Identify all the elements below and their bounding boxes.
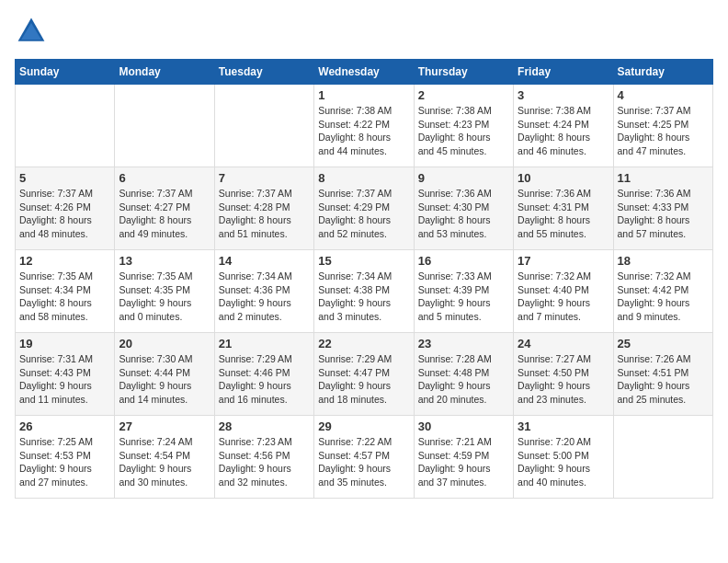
- day-number: 23: [418, 337, 509, 350]
- day-number: 6: [119, 171, 210, 185]
- calendar-cell: 2Sunrise: 7:38 AM Sunset: 4:23 PM Daylig…: [414, 85, 513, 167]
- day-number: 28: [219, 419, 310, 433]
- calendar-cell: 25Sunrise: 7:26 AM Sunset: 4:51 PM Dayli…: [613, 333, 712, 416]
- day-info: Sunrise: 7:38 AM Sunset: 4:23 PM Dayligh…: [418, 104, 509, 158]
- day-info: Sunrise: 7:37 AM Sunset: 4:28 PM Dayligh…: [219, 187, 310, 241]
- day-number: 27: [119, 419, 210, 433]
- calendar-cell: 15Sunrise: 7:34 AM Sunset: 4:38 PM Dayli…: [314, 250, 414, 333]
- day-info: Sunrise: 7:29 AM Sunset: 4:46 PM Dayligh…: [219, 352, 310, 407]
- calendar-cell: 11Sunrise: 7:36 AM Sunset: 4:33 PM Dayli…: [613, 167, 712, 250]
- calendar-cell: 8Sunrise: 7:37 AM Sunset: 4:29 PM Daylig…: [314, 167, 414, 250]
- day-number: 8: [318, 171, 409, 185]
- page-header: [15, 15, 713, 48]
- day-info: Sunrise: 7:20 AM Sunset: 5:00 PM Dayligh…: [518, 435, 609, 489]
- day-info: Sunrise: 7:23 AM Sunset: 4:56 PM Dayligh…: [219, 435, 310, 489]
- day-number: 14: [219, 254, 310, 268]
- calendar-cell: 4Sunrise: 7:37 AM Sunset: 4:25 PM Daylig…: [613, 85, 712, 167]
- calendar-cell: 6Sunrise: 7:37 AM Sunset: 4:27 PM Daylig…: [115, 167, 214, 250]
- day-info: Sunrise: 7:36 AM Sunset: 4:31 PM Dayligh…: [518, 187, 609, 241]
- logo-icon: [15, 15, 48, 48]
- day-number: 15: [318, 254, 409, 268]
- day-info: Sunrise: 7:31 AM Sunset: 4:43 PM Dayligh…: [19, 352, 110, 407]
- day-info: Sunrise: 7:22 AM Sunset: 4:57 PM Dayligh…: [318, 435, 409, 489]
- calendar-cell: 31Sunrise: 7:20 AM Sunset: 5:00 PM Dayli…: [514, 416, 613, 499]
- day-number: 12: [19, 254, 110, 268]
- calendar-cell: 13Sunrise: 7:35 AM Sunset: 4:35 PM Dayli…: [115, 250, 214, 333]
- day-info: Sunrise: 7:30 AM Sunset: 4:44 PM Dayligh…: [119, 352, 210, 407]
- day-number: 30: [418, 419, 509, 433]
- day-info: Sunrise: 7:37 AM Sunset: 4:25 PM Dayligh…: [618, 104, 709, 158]
- day-info: Sunrise: 7:38 AM Sunset: 4:22 PM Dayligh…: [318, 104, 409, 158]
- calendar-week-1: 5Sunrise: 7:37 AM Sunset: 4:26 PM Daylig…: [16, 167, 713, 250]
- calendar-cell: 1Sunrise: 7:38 AM Sunset: 4:22 PM Daylig…: [314, 85, 414, 167]
- day-info: Sunrise: 7:37 AM Sunset: 4:27 PM Dayligh…: [119, 187, 210, 241]
- day-info: Sunrise: 7:38 AM Sunset: 4:24 PM Dayligh…: [518, 104, 609, 158]
- calendar-cell: 17Sunrise: 7:32 AM Sunset: 4:40 PM Dayli…: [514, 250, 613, 333]
- day-number: 26: [19, 419, 110, 433]
- day-info: Sunrise: 7:29 AM Sunset: 4:47 PM Dayligh…: [318, 352, 409, 407]
- day-number: 11: [618, 171, 709, 185]
- weekday-header-thursday: Thursday: [414, 60, 513, 85]
- weekday-header-saturday: Saturday: [613, 60, 712, 85]
- weekday-header-wednesday: Wednesday: [314, 60, 414, 85]
- day-number: 9: [418, 171, 509, 185]
- calendar-cell: 12Sunrise: 7:35 AM Sunset: 4:34 PM Dayli…: [16, 250, 115, 333]
- calendar-cell: [115, 85, 214, 167]
- calendar-cell: 21Sunrise: 7:29 AM Sunset: 4:46 PM Dayli…: [214, 333, 313, 416]
- calendar-cell: 9Sunrise: 7:36 AM Sunset: 4:30 PM Daylig…: [414, 167, 513, 250]
- calendar-cell: 19Sunrise: 7:31 AM Sunset: 4:43 PM Dayli…: [16, 333, 115, 416]
- day-number: 3: [518, 88, 609, 102]
- day-number: 7: [219, 171, 310, 185]
- day-number: 1: [318, 88, 409, 102]
- weekday-row: SundayMondayTuesdayWednesdayThursdayFrid…: [16, 60, 713, 85]
- day-info: Sunrise: 7:26 AM Sunset: 4:51 PM Dayligh…: [618, 352, 709, 407]
- calendar-week-0: 1Sunrise: 7:38 AM Sunset: 4:22 PM Daylig…: [16, 85, 713, 167]
- day-number: 24: [518, 337, 609, 350]
- weekday-header-monday: Monday: [115, 60, 214, 85]
- calendar-cell: 20Sunrise: 7:30 AM Sunset: 4:44 PM Dayli…: [115, 333, 214, 416]
- calendar-header: SundayMondayTuesdayWednesdayThursdayFrid…: [16, 60, 713, 85]
- calendar-cell: 5Sunrise: 7:37 AM Sunset: 4:26 PM Daylig…: [16, 167, 115, 250]
- day-info: Sunrise: 7:33 AM Sunset: 4:39 PM Dayligh…: [418, 270, 509, 324]
- day-info: Sunrise: 7:21 AM Sunset: 4:59 PM Dayligh…: [418, 435, 509, 489]
- day-info: Sunrise: 7:34 AM Sunset: 4:36 PM Dayligh…: [219, 270, 310, 324]
- day-info: Sunrise: 7:37 AM Sunset: 4:26 PM Dayligh…: [19, 187, 110, 241]
- day-number: 22: [318, 337, 409, 350]
- calendar-cell: 30Sunrise: 7:21 AM Sunset: 4:59 PM Dayli…: [414, 416, 513, 499]
- day-info: Sunrise: 7:25 AM Sunset: 4:53 PM Dayligh…: [19, 435, 110, 489]
- calendar-cell: 7Sunrise: 7:37 AM Sunset: 4:28 PM Daylig…: [214, 167, 313, 250]
- day-number: 16: [418, 254, 509, 268]
- day-number: 29: [318, 419, 409, 433]
- day-number: 18: [618, 254, 709, 268]
- calendar-body: 1Sunrise: 7:38 AM Sunset: 4:22 PM Daylig…: [16, 85, 713, 499]
- calendar-cell: 18Sunrise: 7:32 AM Sunset: 4:42 PM Dayli…: [613, 250, 712, 333]
- day-number: 19: [19, 337, 110, 350]
- day-number: 25: [618, 337, 709, 350]
- calendar-cell: 24Sunrise: 7:27 AM Sunset: 4:50 PM Dayli…: [514, 333, 613, 416]
- day-number: 5: [19, 171, 110, 185]
- calendar-week-3: 19Sunrise: 7:31 AM Sunset: 4:43 PM Dayli…: [16, 333, 713, 416]
- calendar-cell: [16, 85, 115, 167]
- day-info: Sunrise: 7:32 AM Sunset: 4:42 PM Dayligh…: [618, 270, 709, 324]
- day-number: 20: [119, 337, 210, 350]
- day-info: Sunrise: 7:28 AM Sunset: 4:48 PM Dayligh…: [418, 352, 509, 407]
- day-number: 2: [418, 88, 509, 102]
- calendar-cell: 23Sunrise: 7:28 AM Sunset: 4:48 PM Dayli…: [414, 333, 513, 416]
- calendar-cell: 3Sunrise: 7:38 AM Sunset: 4:24 PM Daylig…: [514, 85, 613, 167]
- day-number: 13: [119, 254, 210, 268]
- weekday-header-tuesday: Tuesday: [214, 60, 313, 85]
- calendar-cell: 27Sunrise: 7:24 AM Sunset: 4:54 PM Dayli…: [115, 416, 214, 499]
- day-number: 21: [219, 337, 310, 350]
- calendar-cell: 22Sunrise: 7:29 AM Sunset: 4:47 PM Dayli…: [314, 333, 414, 416]
- calendar-cell: [214, 85, 313, 167]
- calendar-week-4: 26Sunrise: 7:25 AM Sunset: 4:53 PM Dayli…: [16, 416, 713, 499]
- day-info: Sunrise: 7:24 AM Sunset: 4:54 PM Dayligh…: [119, 435, 210, 489]
- day-number: 10: [518, 171, 609, 185]
- day-info: Sunrise: 7:27 AM Sunset: 4:50 PM Dayligh…: [518, 352, 609, 407]
- day-info: Sunrise: 7:35 AM Sunset: 4:35 PM Dayligh…: [119, 270, 210, 324]
- calendar-cell: 26Sunrise: 7:25 AM Sunset: 4:53 PM Dayli…: [16, 416, 115, 499]
- weekday-header-sunday: Sunday: [16, 60, 115, 85]
- day-info: Sunrise: 7:36 AM Sunset: 4:30 PM Dayligh…: [418, 187, 509, 241]
- day-info: Sunrise: 7:34 AM Sunset: 4:38 PM Dayligh…: [318, 270, 409, 324]
- day-info: Sunrise: 7:32 AM Sunset: 4:40 PM Dayligh…: [518, 270, 609, 324]
